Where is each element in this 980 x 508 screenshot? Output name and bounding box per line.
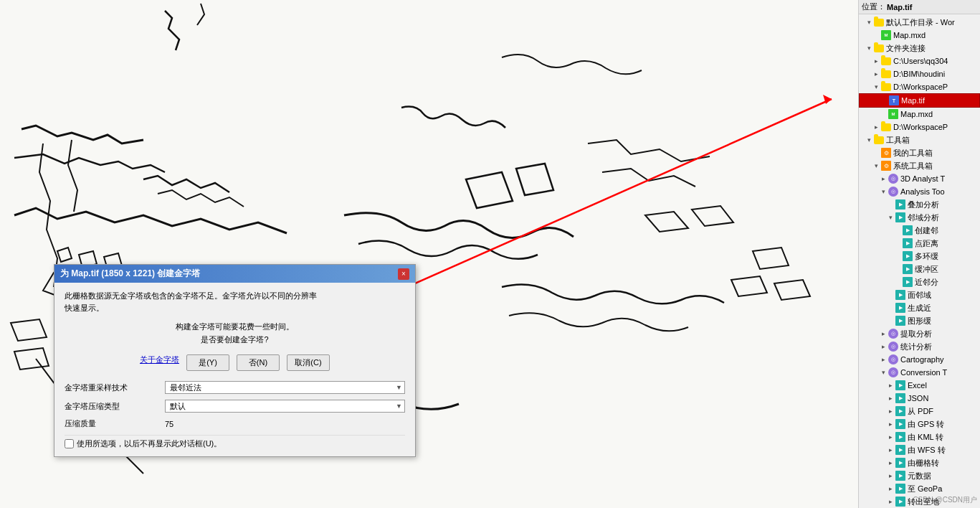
tree-label-extract-analysis: 提取分析	[900, 329, 932, 339]
tree-expand-cartography[interactable]: ▸	[879, 356, 888, 363]
dialog-question-line1: 构建金字塔可能要花费一些时间。	[65, 321, 405, 334]
dialog-close-button[interactable]: ×	[398, 268, 409, 280]
tree-icon-surface-analysis: ▶	[895, 289, 906, 301]
tree-item-analysis-tools[interactable]: ▾◎Analysis Too	[859, 185, 980, 198]
tree-expand-toolbox[interactable]: ▾	[865, 136, 873, 144]
tree-expand-d-workspace-p2[interactable]: ▸	[872, 123, 880, 131]
tree-item-conversion[interactable]: ▾◎Conversion T	[859, 366, 980, 379]
tree-item-geopdf[interactable]: ▸▶至 GeoPa	[859, 482, 980, 495]
tree-expand-d-bim[interactable]: ▸	[872, 70, 880, 77]
tree-expand-gps[interactable]: ▸	[886, 420, 895, 428]
tree-icon-stats-analysis: ◎	[888, 341, 899, 352]
tree-icon-geopdf: ▶	[895, 483, 906, 494]
tree-label-cartography: Cartography	[900, 355, 944, 364]
tree-item-raster-convert[interactable]: ▸▶由栅格转	[859, 456, 980, 469]
tree-expand-stats-analysis[interactable]: ▸	[879, 343, 888, 350]
tree-item-create-proximity[interactable]: ▶创建邻	[859, 224, 980, 237]
tree-item-d-workspace-p2[interactable]: ▸D:\WorkspaceP	[859, 121, 980, 133]
tree-item-c-users[interactable]: ▸C:\Users\qq304	[859, 55, 980, 67]
tree-expand-excel[interactable]: ▸	[886, 382, 895, 389]
tree-expand-system-toolbox[interactable]: ▾	[872, 162, 880, 169]
tree-icon-vector-data: ▶	[895, 470, 906, 481]
tree-expand-kml[interactable]: ▸	[886, 433, 895, 441]
compression-select[interactable]: 默认 无 JPEG LZ77	[165, 400, 405, 413]
tree-item-buffer[interactable]: ▶缓冲区	[859, 263, 980, 276]
tree-expand-file-connection[interactable]: ▾	[865, 44, 873, 52]
tree-item-multi-ring[interactable]: ▶多环缓	[859, 250, 980, 263]
tree-icon-c-users	[880, 55, 892, 67]
dialog-title: 为 Map.tif (1850 x 1221) 创建金字塔	[60, 268, 200, 280]
tree-icon-create-proximity: ▶	[902, 225, 913, 236]
tree-expand-conversion[interactable]: ▾	[879, 369, 888, 376]
tree-label-analysis-tools: Analysis Too	[900, 187, 945, 196]
tree-item-my-toolbox[interactable]: ⚙我的工具箱	[859, 146, 980, 159]
tree-label-neighborhood: 邻域分析	[908, 212, 939, 223]
tree-item-stats-analysis[interactable]: ▸◎统计分析	[859, 340, 980, 353]
tree-item-map-tif[interactable]: TMap.tif	[859, 93, 980, 108]
tree-label-c-users: C:\Users\qq304	[893, 57, 948, 65]
tree-item-cartography[interactable]: ▸◎Cartography	[859, 353, 980, 366]
tree-icon-kml: ▶	[895, 431, 906, 443]
tree-item-default-workspace[interactable]: ▾默认工作目录 - Wor	[859, 16, 980, 29]
tree-expand-analysis-tools[interactable]: ▾	[879, 188, 888, 195]
tree-expand-vector-data[interactable]: ▸	[886, 472, 895, 479]
tree-item-wfs[interactable]: ▸▶由 WFS 转	[859, 443, 980, 456]
tree-item-excel[interactable]: ▸▶Excel	[859, 379, 980, 392]
tree-label-gps: 由 GPS 转	[908, 419, 944, 430]
tree-label-system-toolbox: 系统工具箱	[893, 161, 933, 171]
tree-item-map-mxd-2[interactable]: MMap.mxd	[859, 108, 980, 121]
tree-container[interactable]: ▾默认工作目录 - Wor MMap.mxd▾文件夹连接▸C:\Users\qq…	[859, 14, 980, 507]
tree-item-3d-analyst[interactable]: ▸◎3D Analyst T	[859, 172, 980, 185]
tree-icon-my-toolbox: ⚙	[880, 147, 892, 159]
tree-expand-3d-analyst[interactable]: ▸	[879, 175, 888, 182]
tree-item-d-bim[interactable]: ▸D:\BIM\houdini	[859, 67, 980, 80]
yes-button[interactable]: 是(Y)	[186, 354, 229, 371]
tree-expand-wfs[interactable]: ▸	[886, 446, 895, 453]
tree-item-json[interactable]: ▸▶JSON	[859, 392, 980, 405]
tree-icon-map-mxd-1: M	[880, 29, 892, 41]
tree-expand-geopdf[interactable]: ▸	[886, 485, 895, 492]
resampling-select[interactable]: 最邻近法 双线性插值 三次卷积	[165, 381, 405, 394]
tree-expand-json[interactable]: ▸	[886, 395, 895, 402]
tree-icon-near: ▶	[902, 276, 913, 288]
tree-label-kml: 由 KML 转	[908, 432, 943, 443]
tree-item-generate[interactable]: ▶生成近	[859, 301, 980, 314]
tree-expand-extract-analysis[interactable]: ▸	[879, 330, 888, 337]
dialog-question-line2: 是否要创建金字塔?	[65, 334, 405, 347]
tree-item-near[interactable]: ▶近邻分	[859, 276, 980, 288]
tree-expand-c-users[interactable]: ▸	[872, 57, 880, 65]
tree-item-file-connection[interactable]: ▾文件夹连接	[859, 42, 980, 55]
tree-item-toolbox[interactable]: ▾工具箱	[859, 133, 980, 146]
tree-item-kml[interactable]: ▸▶由 KML 转	[859, 431, 980, 443]
dont-show-checkbox[interactable]	[65, 439, 74, 448]
tree-expand-from-pdf[interactable]: ▸	[886, 408, 895, 415]
pyramid-help-link[interactable]: 关于金字塔	[140, 354, 179, 371]
tree-expand-d-workspace-p1[interactable]: ▾	[872, 83, 880, 90]
tree-label-default-workspace: 默认工作目录 - Wor	[886, 17, 955, 28]
tree-icon-generate: ▶	[895, 302, 906, 314]
tree-item-overlay-analysis[interactable]: ▶叠加分析	[859, 198, 980, 211]
compression-label: 金字塔压缩类型	[65, 401, 165, 412]
tree-label-3d-analyst: 3D Analyst T	[900, 174, 945, 183]
tree-expand-to-geo[interactable]: ▸	[886, 498, 895, 505]
cancel-button[interactable]: 取消(C)	[287, 354, 330, 371]
tree-item-system-toolbox[interactable]: ▾⚙系统工具箱	[859, 159, 980, 172]
tree-item-gps[interactable]: ▸▶由 GPS 转	[859, 418, 980, 431]
tree-expand-default-workspace[interactable]: ▾	[865, 19, 873, 26]
tree-item-shape-analysis[interactable]: ▶图形缓	[859, 314, 980, 327]
no-button[interactable]: 否(N)	[237, 354, 280, 371]
tree-item-map-mxd-1[interactable]: MMap.mxd	[859, 29, 980, 42]
tree-expand-neighborhood[interactable]: ▾	[886, 214, 895, 221]
tree-icon-multi-ring: ▶	[902, 250, 913, 262]
tree-item-point-distance[interactable]: ▶点距离	[859, 237, 980, 250]
location-label: 位置：	[862, 1, 885, 12]
tree-item-neighborhood[interactable]: ▾▶邻域分析	[859, 211, 980, 224]
tree-label-d-workspace-p1: D:\WorkspaceP	[893, 83, 948, 91]
tree-label-multi-ring: 多环缓	[915, 251, 938, 262]
tree-expand-raster-convert[interactable]: ▸	[886, 459, 895, 466]
tree-item-d-workspace-p1[interactable]: ▾D:\WorkspaceP	[859, 80, 980, 93]
tree-item-vector-data[interactable]: ▸▶元数据	[859, 469, 980, 482]
tree-item-surface-analysis[interactable]: ▶面邻域	[859, 288, 980, 301]
tree-item-from-pdf[interactable]: ▸▶从 PDF	[859, 405, 980, 418]
tree-item-extract-analysis[interactable]: ▸◎提取分析	[859, 327, 980, 340]
